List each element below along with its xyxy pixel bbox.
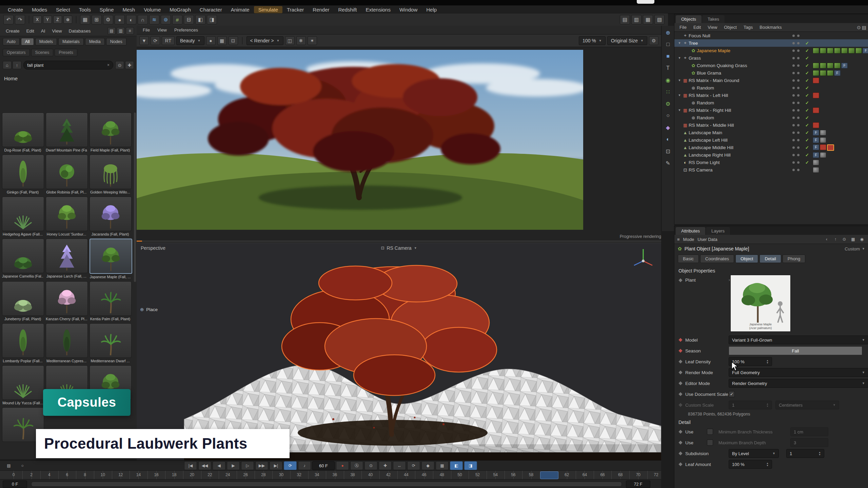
render-mode-dropdown[interactable]: Full Geometry▼ — [729, 368, 868, 377]
render-view-menu-view[interactable]: View — [154, 27, 170, 33]
visibility-dots[interactable] — [792, 117, 800, 119]
record-parameter-button[interactable]: ◆ — [421, 461, 434, 470]
editor-visibility-dot[interactable] — [792, 64, 795, 67]
object-row-random[interactable]: ⊛Random✓ — [674, 99, 868, 106]
plant-thumbnail[interactable] — [2, 239, 44, 273]
field-tag[interactable]: F — [834, 70, 841, 76]
object-row-rs-matrix-left-hill[interactable]: ▼▦RS Matrix - Left Hill✓ — [674, 92, 868, 99]
material-chip[interactable] — [820, 48, 826, 54]
attribute-tab-coordinates[interactable]: Coordinates — [700, 255, 734, 263]
view-list-icon[interactable]: ▥ — [117, 27, 125, 35]
mode-menu[interactable]: Mode — [683, 237, 694, 242]
current-frame-field[interactable]: 60 F — [312, 461, 335, 470]
asset-tab-auto[interactable]: Auto — [3, 38, 20, 45]
render-visibility-dot[interactable] — [797, 87, 800, 89]
render-visibility-dot[interactable] — [797, 146, 800, 149]
editor-visibility-dot[interactable] — [792, 117, 795, 119]
visibility-dots[interactable] — [792, 64, 800, 67]
material-chip[interactable] — [813, 63, 819, 68]
use-document-scale-checkbox[interactable]: ✓ — [729, 391, 735, 397]
simulate-scene-icon[interactable]: ≋ — [149, 15, 159, 24]
sphere-preview-icon[interactable]: ● — [206, 36, 216, 45]
editor-visibility-dot[interactable] — [792, 169, 795, 171]
prev-key-button[interactable]: ◀◀ — [198, 461, 211, 470]
custom-scale-field[interactable]: 1 ▲▼ — [729, 401, 772, 409]
layout-tab[interactable] — [637, 0, 654, 4]
object-row-rs-matrix-main-ground[interactable]: ▼▦RS Matrix - Main Ground✓ — [674, 77, 868, 84]
asset-tab-models[interactable]: Models — [35, 38, 57, 45]
playback-a-button[interactable]: ◧ — [450, 461, 463, 470]
asset-tab-presets[interactable]: Presets — [55, 49, 77, 56]
enabled-check-icon[interactable]: ✓ — [805, 115, 809, 120]
menu-help[interactable]: Help — [422, 6, 441, 13]
objects-menu-edit[interactable]: Edit — [690, 24, 704, 30]
material-chip[interactable] — [834, 48, 841, 54]
viewport-camera-label[interactable]: ⊡ RS Camera ▼ — [381, 245, 417, 251]
quantize-icon[interactable]: ⊟ — [184, 15, 194, 24]
text-tool-icon[interactable]: T — [663, 63, 673, 73]
interface-icon[interactable]: ▧ — [654, 15, 665, 24]
move-tool-icon[interactable]: ⊕ — [663, 28, 673, 37]
editor-visibility-dot[interactable] — [792, 109, 795, 111]
enabled-check-icon[interactable]: ✓ — [805, 85, 809, 90]
generic-tag[interactable] — [820, 130, 826, 136]
season-slider[interactable]: Fall — [729, 346, 862, 355]
menu-modes[interactable]: Modes — [27, 6, 52, 13]
redshift-tag[interactable] — [813, 93, 819, 98]
visibility-dots[interactable] — [792, 94, 800, 97]
menu-animate[interactable]: Animate — [226, 6, 254, 13]
field-tag[interactable]: F — [863, 48, 868, 54]
object-row-random[interactable]: ⊛Random✓ — [674, 114, 868, 121]
enabled-check-icon[interactable]: ✓ — [805, 130, 809, 135]
field-tag[interactable]: F — [841, 63, 848, 68]
asset-tab-operators[interactable]: Operators — [3, 49, 30, 56]
generic-tag[interactable] — [820, 152, 826, 158]
editor-visibility-dot[interactable] — [792, 139, 795, 141]
attribute-tab-detail[interactable]: Detail — [760, 255, 781, 263]
compare-ab-icon[interactable]: ◫ — [285, 36, 295, 45]
visibility-dots[interactable] — [792, 79, 800, 82]
keyframe-button[interactable]: ⊙ — [364, 461, 377, 470]
plant-thumbnail[interactable] — [46, 155, 88, 189]
visibility-dots[interactable] — [792, 49, 800, 52]
editor-visibility-dot[interactable] — [792, 42, 795, 44]
user-data-menu[interactable]: User Data — [697, 237, 717, 242]
visibility-dots[interactable] — [792, 139, 800, 141]
grid-snap-icon[interactable]: # — [172, 15, 182, 24]
render-visibility-dot[interactable] — [797, 131, 800, 134]
render-visibility-dot[interactable] — [797, 79, 800, 82]
visibility-dots[interactable] — [792, 124, 800, 126]
render-pass-dropdown[interactable]: Beauty▼ — [176, 36, 204, 45]
menu-volume[interactable]: Volume — [139, 6, 165, 13]
visibility-dots[interactable] — [792, 146, 800, 149]
redo-icon[interactable]: ↷ — [15, 15, 25, 24]
enabled-check-icon[interactable]: ✓ — [805, 70, 809, 76]
visibility-dots[interactable] — [792, 161, 800, 164]
editor-visibility-dot[interactable] — [792, 72, 795, 74]
plant-thumbnail[interactable] — [90, 323, 132, 358]
timeline-playhead[interactable] — [540, 471, 558, 479]
redshift-tag[interactable] — [813, 78, 819, 83]
goto-end-button[interactable]: ▶| — [270, 461, 282, 470]
object-row-tree[interactable]: ▼⌖Tree✓ — [674, 39, 868, 47]
asset-menu-databases[interactable]: Databases — [66, 28, 94, 34]
record-pla-button[interactable]: ▦ — [436, 461, 449, 470]
timeline-range-track[interactable] — [31, 482, 622, 487]
object-row-blue-grama[interactable]: ✿Blue Grama✓F — [674, 69, 868, 77]
render-visibility-dot[interactable] — [797, 117, 800, 119]
render-visibility-dot[interactable] — [797, 72, 800, 74]
field-tag[interactable]: F — [813, 130, 819, 136]
enabled-check-icon[interactable]: ✓ — [805, 123, 809, 128]
render-view-button[interactable]: ▦ — [80, 15, 90, 24]
objects-menu-object[interactable]: Object — [721, 24, 740, 30]
visibility-dots[interactable] — [792, 87, 800, 89]
enabled-check-icon[interactable]: ✓ — [805, 93, 809, 98]
region-render-icon[interactable]: ⊡ — [229, 36, 238, 45]
volume-icon[interactable]: ◉ — [663, 75, 673, 85]
render-visibility-dot[interactable] — [797, 102, 800, 104]
editor-visibility-dot[interactable] — [792, 154, 795, 156]
plant-thumbnail[interactable] — [90, 197, 132, 231]
plant-thumbnail[interactable] — [2, 113, 44, 147]
asset-menu-view[interactable]: View — [49, 28, 65, 34]
panel-menu-icon[interactable]: ≡ — [126, 27, 134, 35]
